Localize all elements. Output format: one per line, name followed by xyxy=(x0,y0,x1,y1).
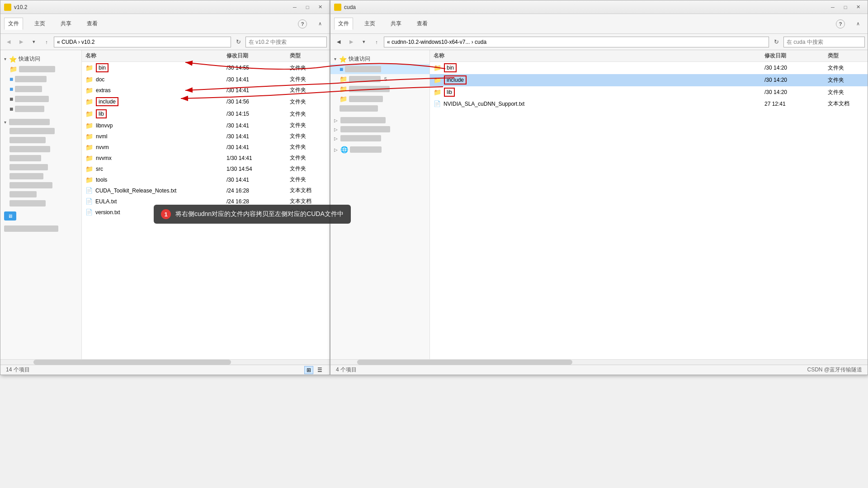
left-file-item-nvml[interactable]: 📁 nvml /30 14:41 文件夹 xyxy=(82,131,330,142)
right-col-date-header[interactable]: 修改日期 xyxy=(764,52,828,60)
left-file-item-cuda-notes[interactable]: 📄 CUDA_Toolkit_Release_Notes.txt /24 16:… xyxy=(82,185,330,196)
right-help-button[interactable]: ? xyxy=(836,19,845,28)
left-file-item-src[interactable]: 📁 src 1/30 14:54 文件夹 xyxy=(82,164,330,174)
left-col-type-header[interactable]: 类型 xyxy=(290,52,326,60)
left-tree-item-1[interactable]: 📁 xyxy=(0,64,81,74)
right-file-item-bin[interactable]: 📁 bin /30 14:20 文件夹 xyxy=(430,62,868,74)
left-list-view-button[interactable]: ⊞ xyxy=(304,366,313,374)
right-col-name-header[interactable]: 名称 xyxy=(434,52,764,60)
right-tab-view[interactable]: 查看 xyxy=(413,18,432,30)
left-file-item-nvvm[interactable]: 📁 nvvm /30 14:41 文件夹 xyxy=(82,142,330,153)
left-detail-view-button[interactable]: ☰ xyxy=(315,366,324,374)
left-expand-button[interactable]: ∧ xyxy=(314,19,326,28)
left-tree-icon-3: ■ xyxy=(9,85,13,93)
left-tree-blurred-8[interactable] xyxy=(0,190,81,199)
right-tree-blurred-d[interactable]: 📁 xyxy=(330,94,429,104)
left-file-item-lib[interactable]: 📁 lib /30 14:15 文件夹 xyxy=(82,108,330,120)
right-search-input[interactable] xyxy=(783,37,865,47)
right-title-bar-left: cuda xyxy=(334,4,356,11)
left-tab-file[interactable]: 文件 xyxy=(4,18,23,30)
left-tree-blurred-9[interactable] xyxy=(0,199,81,208)
right-tree-blurred-c[interactable]: 📁 xyxy=(330,84,429,94)
left-file-item-bin[interactable]: 📁 bin /30 14:55 文件夹 xyxy=(82,62,330,74)
left-tree-blurred-4[interactable] xyxy=(0,154,81,163)
left-tab-home[interactable]: 主页 xyxy=(30,18,49,30)
left-tree-blurred-5[interactable] xyxy=(0,163,81,172)
right-minimize-button[interactable]: ─ xyxy=(827,3,839,12)
right-up-button[interactable]: ↑ xyxy=(371,37,382,47)
left-tree-section-label-2 xyxy=(9,119,50,125)
right-file-name-include: include xyxy=(444,75,764,84)
left-tree-item-4[interactable]: ■ xyxy=(0,94,81,104)
left-tree-item-2[interactable]: ■ xyxy=(0,74,81,84)
left-file-type-extras: 文件夹 xyxy=(290,86,326,94)
right-tab-file[interactable]: 文件 xyxy=(334,18,353,30)
left-horiz-scrollbar[interactable] xyxy=(0,359,330,365)
left-lib-label: lib xyxy=(96,109,107,118)
right-file-item-lib[interactable]: 📁 lib /30 14:20 文件夹 xyxy=(430,86,868,99)
left-file-type-eula: 文本文档 xyxy=(290,197,326,205)
left-tree-blurred-6[interactable] xyxy=(0,172,81,181)
left-file-item-nvvmx[interactable]: 📁 nvvmx 1/30 14:41 文件夹 xyxy=(82,153,330,164)
right-tree-network-item[interactable]: ▷ 🌐 xyxy=(330,145,429,155)
left-help-button[interactable]: ? xyxy=(298,19,307,28)
left-tree-blurred-1[interactable] xyxy=(0,127,81,136)
right-tree-expand-item-3[interactable]: ▷ xyxy=(330,134,429,143)
left-minimize-button[interactable]: ─ xyxy=(289,3,301,12)
left-tree-blurred-2[interactable] xyxy=(0,136,81,145)
right-tree-expand-item-1[interactable]: ▷ xyxy=(330,116,429,125)
left-tree-blurred-3[interactable] xyxy=(0,145,81,154)
right-address-input[interactable] xyxy=(384,37,769,47)
left-file-item-include[interactable]: 📁 include /30 14:56 文件夹 xyxy=(82,96,330,108)
left-doc-icon-cuda-notes: 📄 xyxy=(85,187,93,194)
right-back-button[interactable]: ◀ xyxy=(333,37,344,47)
right-horiz-scrollbar[interactable] xyxy=(330,359,868,365)
left-search-input[interactable] xyxy=(245,37,327,47)
left-title-bar-left: v10.2 xyxy=(4,4,27,11)
right-ribbon: 文件 主页 共享 查看 ? ∧ xyxy=(330,14,868,34)
left-recent-button[interactable]: ▾ xyxy=(28,37,39,47)
left-file-type-cuda-notes: 文本文档 xyxy=(290,187,326,194)
right-refresh-button[interactable]: ↻ xyxy=(771,37,782,47)
left-tree-bottom-blurred[interactable] xyxy=(0,224,81,233)
right-tab-share[interactable]: 共享 xyxy=(387,18,406,30)
left-back-button[interactable]: ◀ xyxy=(3,37,14,47)
right-recent-button[interactable]: ▾ xyxy=(359,37,369,47)
left-col-name-header[interactable]: 名称 xyxy=(85,52,226,60)
left-file-item-doc[interactable]: 📁 doc /30 14:41 文件夹 xyxy=(82,74,330,85)
left-file-item-extras[interactable]: 📁 extras /30 14:41 文件夹 xyxy=(82,85,330,96)
left-tree-item-quickaccess[interactable]: ▾ ⭐ 快速访问 xyxy=(0,54,81,64)
right-file-item-include[interactable]: 📁 include /30 14:20 文件夹 xyxy=(430,74,868,86)
left-tree-item-5[interactable]: ■ xyxy=(0,104,81,114)
right-tree-blurred-a[interactable]: ■ xyxy=(330,64,429,74)
left-maximize-button[interactable]: □ xyxy=(302,3,313,12)
right-tab-home[interactable]: 主页 xyxy=(360,18,379,30)
right-maximize-button[interactable]: □ xyxy=(840,3,851,12)
right-forward-button[interactable]: ▶ xyxy=(346,37,357,47)
right-col-type-header[interactable]: 类型 xyxy=(828,52,864,60)
right-expand-button[interactable]: ∧ xyxy=(852,19,864,28)
left-refresh-button[interactable]: ↻ xyxy=(233,37,244,47)
right-tree-blurred-e[interactable] xyxy=(330,104,429,113)
left-include-label: include xyxy=(96,97,118,106)
left-forward-button[interactable]: ▶ xyxy=(16,37,27,47)
left-col-date-header[interactable]: 修改日期 xyxy=(226,52,290,60)
left-file-date-lib: /30 14:15 xyxy=(226,111,290,117)
right-tree-expand-item-2[interactable]: ▷ xyxy=(330,125,429,134)
right-tree-blurred-b[interactable]: 📁 5 xyxy=(330,74,429,84)
left-tree-item-3[interactable]: ■ xyxy=(0,84,81,94)
left-up-button[interactable]: ↑ xyxy=(41,37,52,47)
left-file-item-tools[interactable]: 📁 tools /30 14:41 文件夹 xyxy=(82,174,330,185)
left-tab-share[interactable]: 共享 xyxy=(57,18,75,30)
left-address-bar: ◀ ▶ ▾ ↑ ↻ xyxy=(0,34,330,50)
left-tree-blurred-7[interactable] xyxy=(0,181,81,190)
right-file-item-nvidia[interactable]: 📄 NVIDIA_SLA_cuDNN_Support.txt 27 12:41 … xyxy=(430,99,868,109)
left-address-input[interactable] xyxy=(54,37,231,47)
left-tab-view[interactable]: 查看 xyxy=(83,18,102,30)
left-file-item-libnvvp[interactable]: 📁 libnvvp /30 14:41 文件夹 xyxy=(82,120,330,131)
left-tree-section-2[interactable]: ▾ xyxy=(0,117,81,127)
right-title-controls: ─ □ ✕ xyxy=(827,3,864,12)
left-close-button[interactable]: ✕ xyxy=(314,3,326,12)
right-close-button[interactable]: ✕ xyxy=(852,3,864,12)
right-tree-quickaccess[interactable]: ▾ ⭐ 快速访问 xyxy=(330,54,429,64)
